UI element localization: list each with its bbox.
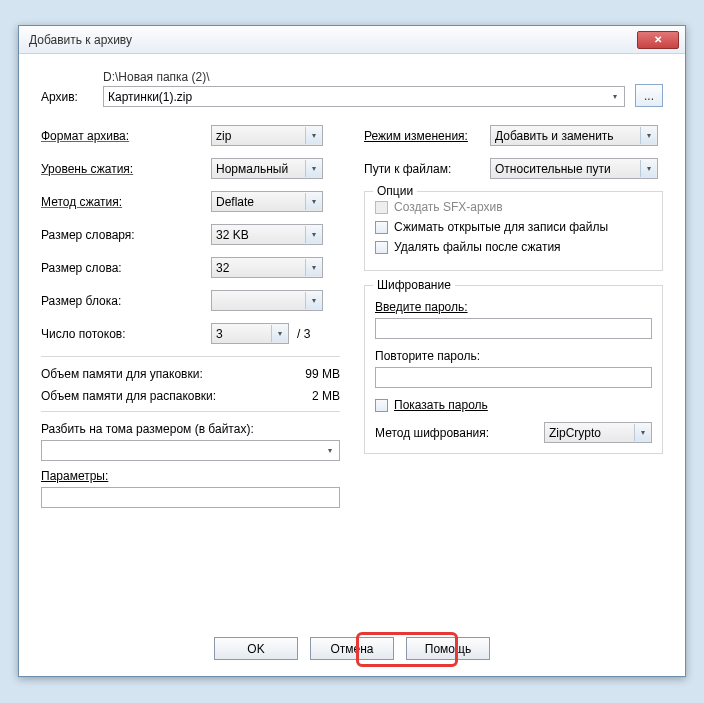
chevron-down-icon: ▾ [640,160,656,177]
update-mode-select[interactable]: Добавить и заменить▾ [490,125,658,146]
encryption-legend: Шифрование [373,278,455,292]
repeat-password-input[interactable] [375,367,652,388]
compress-open-checkbox[interactable] [375,221,388,234]
threads-select[interactable]: 3▾ [211,323,289,344]
content-area: Архив: D:\Новая папка (2)\ Картинки(1).z… [19,54,685,520]
compress-open-label: Сжимать открытые для записи файлы [394,220,608,234]
archive-filename: Картинки(1).zip [108,90,192,104]
encryption-method-label: Метод шифрования: [375,426,544,440]
password-input[interactable] [375,318,652,339]
word-label: Размер слова: [41,261,211,275]
mem-pack-value: 99 MB [280,367,340,381]
ok-button[interactable]: OK [214,637,298,660]
archive-filename-select[interactable]: Картинки(1).zip ▾ [103,86,625,107]
encryption-method-select[interactable]: ZipCrypto▾ [544,422,652,443]
format-label: Формат архива: [41,129,211,143]
archive-path: D:\Новая папка (2)\ [103,70,625,84]
params-label: Параметры: [41,469,340,483]
mem-pack-label: Объем памяти для упаковки: [41,367,280,381]
path-mode-select[interactable]: Относительные пути▾ [490,158,658,179]
titlebar: Добавить к архиву ✕ [19,26,685,54]
chevron-down-icon: ▾ [305,292,321,309]
columns: Формат архива:zip▾ Уровень сжатия:Нормал… [41,125,663,508]
chevron-down-icon: ▾ [305,259,321,276]
options-fieldset: Опции Создать SFX-архив Сжимать открытые… [364,191,663,271]
chevron-down-icon: ▾ [305,160,321,177]
show-password-checkbox[interactable] [375,399,388,412]
archive-label: Архив: [41,90,93,107]
divider [41,411,340,412]
chevron-down-icon: ▾ [322,443,337,458]
cancel-button[interactable]: Отмена [310,637,394,660]
archive-row: Архив: D:\Новая папка (2)\ Картинки(1).z… [41,70,663,107]
block-label: Размер блока: [41,294,211,308]
block-size-select[interactable]: ▾ [211,290,323,311]
repeat-password-label: Повторите пароль: [375,349,652,363]
update-mode-label: Режим изменения: [364,129,490,143]
sfx-checkbox [375,201,388,214]
compression-level-select[interactable]: Нормальный▾ [211,158,323,179]
right-column: Режим изменения:Добавить и заменить▾ Пут… [364,125,663,508]
chevron-down-icon: ▾ [271,325,287,342]
dictionary-size-select[interactable]: 32 KB▾ [211,224,323,245]
chevron-down-icon: ▾ [305,127,321,144]
method-label: Метод сжатия: [41,195,211,209]
archive-format-select[interactable]: zip▾ [211,125,323,146]
archive-main: D:\Новая папка (2)\ Картинки(1).zip ▾ [103,70,625,107]
dict-label: Размер словаря: [41,228,211,242]
word-size-select[interactable]: 32▾ [211,257,323,278]
browse-button[interactable]: ... [635,84,663,107]
delete-after-label: Удалять файлы после сжатия [394,240,561,254]
dialog-window: Добавить к архиву ✕ Архив: D:\Новая папк… [18,25,686,677]
split-volumes-input[interactable]: ▾ [41,440,340,461]
split-label: Разбить на тома размером (в байтах): [41,422,340,436]
chevron-down-icon: ▾ [634,424,650,441]
threads-label: Число потоков: [41,327,211,341]
encryption-fieldset: Шифрование Введите пароль: Повторите пар… [364,285,663,454]
mem-unpack-label: Объем памяти для распаковки: [41,389,280,403]
delete-after-checkbox[interactable] [375,241,388,254]
divider [41,356,340,357]
button-row: OK Отмена Помощь [19,637,685,660]
window-title: Добавить к архиву [29,33,637,47]
chevron-down-icon: ▾ [640,127,656,144]
sfx-label: Создать SFX-архив [394,200,503,214]
options-legend: Опции [373,184,417,198]
level-label: Уровень сжатия: [41,162,211,176]
chevron-down-icon: ▾ [607,89,622,104]
enter-password-label: Введите пароль: [375,300,652,314]
mem-unpack-value: 2 MB [280,389,340,403]
chevron-down-icon: ▾ [305,193,321,210]
parameters-input[interactable] [41,487,340,508]
paths-label: Пути к файлам: [364,162,490,176]
compression-method-select[interactable]: Deflate▾ [211,191,323,212]
help-button[interactable]: Помощь [406,637,490,660]
close-button[interactable]: ✕ [637,31,679,49]
show-password-label: Показать пароль [394,398,488,412]
left-column: Формат архива:zip▾ Уровень сжатия:Нормал… [41,125,340,508]
chevron-down-icon: ▾ [305,226,321,243]
threads-max: / 3 [297,327,310,341]
